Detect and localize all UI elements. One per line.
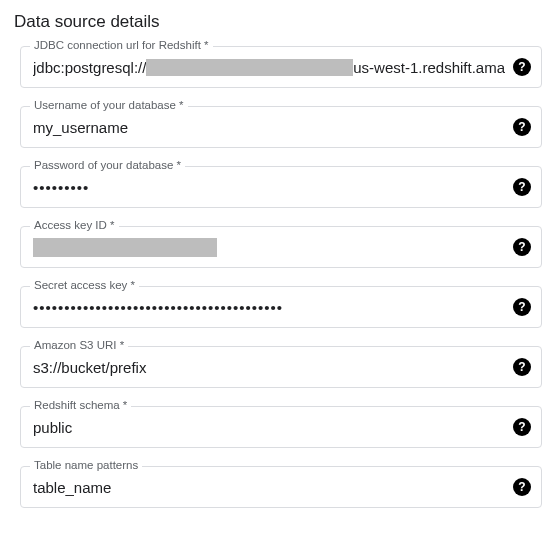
jdbc-redacted-segment <box>146 59 353 76</box>
help-icon[interactable]: ? <box>513 118 531 136</box>
field-redshift-schema: Redshift schema * ? <box>20 406 542 448</box>
help-icon[interactable]: ? <box>513 238 531 256</box>
field-password: Password of your database * ? <box>20 166 542 208</box>
input-box-secret-key[interactable]: ? <box>20 286 542 328</box>
access-key-input-display[interactable] <box>33 238 505 257</box>
label-password: Password of your database * <box>30 159 185 171</box>
form-wrapper: JDBC connection url for Redshift * jdbc:… <box>14 46 542 508</box>
label-username: Username of your database * <box>30 99 188 111</box>
access-key-redacted <box>33 238 217 257</box>
input-box-access-key[interactable]: ? <box>20 226 542 268</box>
help-icon[interactable]: ? <box>513 298 531 316</box>
username-input[interactable] <box>33 119 505 136</box>
help-icon[interactable]: ? <box>513 58 531 76</box>
field-secret-access-key: Secret access key * ? <box>20 286 542 328</box>
field-access-key-id: Access key ID * ? <box>20 226 542 268</box>
help-icon[interactable]: ? <box>513 178 531 196</box>
input-box-schema[interactable]: ? <box>20 406 542 448</box>
input-box-jdbc[interactable]: jdbc:postgresql:// us-west-1.redshift.am… <box>20 46 542 88</box>
secret-key-input[interactable] <box>33 299 505 316</box>
field-s3-uri: Amazon S3 URI * ? <box>20 346 542 388</box>
password-input[interactable] <box>33 179 505 196</box>
input-box-s3-uri[interactable]: ? <box>20 346 542 388</box>
jdbc-prefix-text: jdbc:postgresql:// <box>33 59 146 76</box>
jdbc-input-display[interactable]: jdbc:postgresql:// us-west-1.redshift.am… <box>33 59 505 76</box>
field-username: Username of your database * ? <box>20 106 542 148</box>
section-title: Data source details <box>14 12 542 32</box>
label-table-name-patterns: Table name patterns <box>30 459 142 471</box>
help-icon[interactable]: ? <box>513 418 531 436</box>
input-box-table[interactable]: ? <box>20 466 542 508</box>
jdbc-suffix-text: us-west-1.redshift.ama <box>353 59 505 76</box>
input-box-password[interactable]: ? <box>20 166 542 208</box>
label-s3-uri: Amazon S3 URI * <box>30 339 128 351</box>
input-box-username[interactable]: ? <box>20 106 542 148</box>
table-name-input[interactable] <box>33 479 505 496</box>
label-access-key-id: Access key ID * <box>30 219 119 231</box>
help-icon[interactable]: ? <box>513 478 531 496</box>
field-table-name-patterns: Table name patterns ? <box>20 466 542 508</box>
field-jdbc-url: JDBC connection url for Redshift * jdbc:… <box>20 46 542 88</box>
s3-uri-input[interactable] <box>33 359 505 376</box>
label-redshift-schema: Redshift schema * <box>30 399 131 411</box>
help-icon[interactable]: ? <box>513 358 531 376</box>
schema-input[interactable] <box>33 419 505 436</box>
label-jdbc-url: JDBC connection url for Redshift * <box>30 39 213 51</box>
label-secret-access-key: Secret access key * <box>30 279 139 291</box>
